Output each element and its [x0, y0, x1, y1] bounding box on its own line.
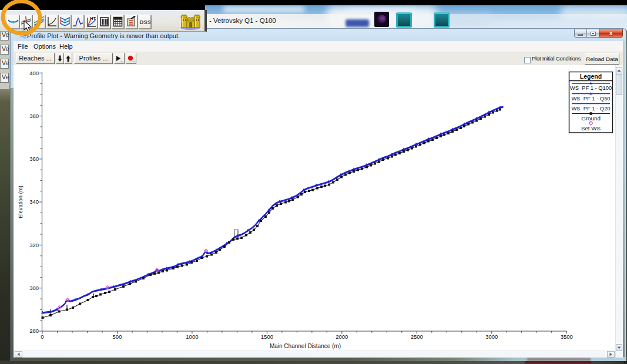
- svg-text:3500: 3500: [561, 333, 573, 340]
- svg-text:1500: 1500: [261, 333, 273, 340]
- svg-text:320: 320: [29, 242, 39, 248]
- svg-text:340: 340: [29, 198, 39, 205]
- svg-text:WS PF 1 - Q20: WS PF 1 - Q20: [571, 105, 610, 112]
- svg-text:2000: 2000: [336, 333, 348, 340]
- svg-text:280: 280: [29, 328, 39, 334]
- svg-text:..: ..: [120, 58, 123, 62]
- svg-text:DSS: DSS: [140, 19, 151, 25]
- svg-text:360: 360: [29, 156, 39, 162]
- svg-text:WS PF 1 - Q100: WS PF 1 - Q100: [570, 85, 612, 91]
- svg-text:1000: 1000: [186, 333, 198, 340]
- svg-text:Set WS: Set WS: [581, 125, 601, 132]
- svg-text:500: 500: [113, 333, 122, 340]
- svg-text:..: ..: [133, 58, 135, 62]
- svg-text:Legend: Legend: [580, 73, 602, 80]
- svg-text:380: 380: [29, 113, 39, 119]
- svg-text:WS PF 1 - Q50: WS PF 1 - Q50: [571, 95, 610, 102]
- svg-text:3000: 3000: [485, 333, 498, 340]
- svg-text:0: 0: [41, 333, 43, 340]
- svg-text:Elevation (m): Elevation (m): [17, 186, 24, 218]
- svg-text:2500: 2500: [411, 333, 423, 340]
- svg-text:300: 300: [29, 285, 39, 291]
- svg-text:400: 400: [29, 70, 39, 76]
- svg-text:Ground: Ground: [581, 115, 601, 122]
- svg-text:Main Channel Distance (m): Main Channel Distance (m): [270, 343, 341, 349]
